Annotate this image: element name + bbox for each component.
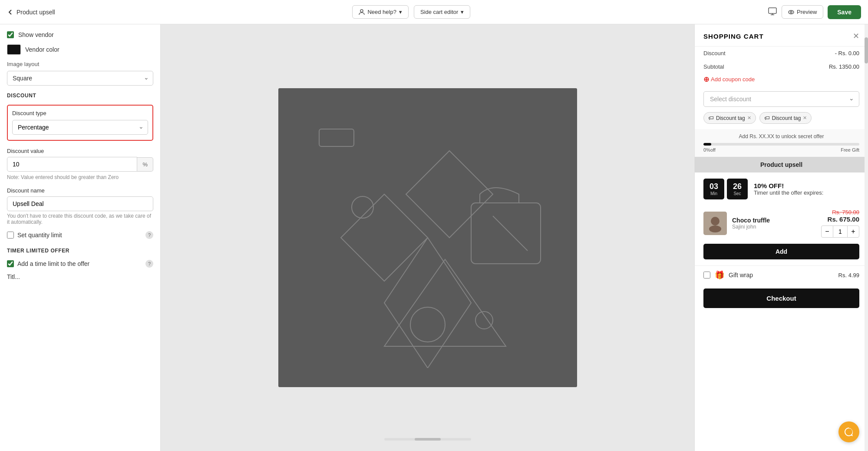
svg-point-16	[709, 226, 721, 232]
timer-min-value: 03	[709, 182, 719, 191]
progress-bar	[703, 143, 859, 146]
cart-title: SHOPPING CART	[703, 33, 764, 40]
sketch-illustration	[297, 107, 558, 368]
product-upsell-banner: Product upsell	[695, 157, 868, 172]
qty-controls: − 1 +	[821, 226, 859, 238]
timer-desc: 10% OFF! Timer until the offer expires:	[754, 182, 859, 196]
qty-increase-button[interactable]: +	[847, 226, 859, 238]
svg-marker-7	[341, 194, 428, 281]
discount-value-input-row: %	[7, 157, 153, 172]
select-discount-select[interactable]: Select discount	[703, 91, 859, 107]
product-author: Sajini john	[732, 224, 816, 230]
timer-sec-label: Sec	[732, 191, 743, 196]
side-cart-editor-button[interactable]: Side cart editor ▾	[414, 5, 470, 19]
cart-scroll[interactable]: Discount - Rs. 0.00 Subtotal Rs. 1350.00…	[695, 46, 868, 451]
save-button[interactable]: Save	[828, 5, 861, 19]
canvas-hscroll-track[interactable]	[384, 438, 471, 441]
time-limit-help-icon[interactable]: ?	[145, 260, 153, 268]
canvas-hscroll-thumb	[415, 438, 441, 441]
progress-right: Free Gift	[841, 147, 859, 153]
discount-type-label: Discount type	[12, 110, 148, 116]
back-label: Product upsell	[17, 9, 55, 16]
vendor-color-swatch[interactable]	[7, 44, 21, 55]
gift-wrap-checkbox[interactable]	[703, 272, 710, 279]
timer-min-block: 03 Min	[703, 179, 724, 199]
image-layout-select[interactable]: Square Circle Rectangle	[7, 71, 153, 86]
back-button[interactable]: Product upsell	[7, 9, 55, 16]
canvas-area	[161, 24, 694, 451]
svg-point-11	[475, 312, 493, 329]
discount-tag1-label: Discount tag	[716, 115, 745, 121]
cart-discount-label: Discount	[703, 50, 726, 56]
tag2-icon: 🏷	[764, 115, 770, 121]
svg-marker-5	[384, 238, 471, 368]
unlock-text: Add Rs. XX.XX to unlock secret offer	[703, 133, 859, 139]
vendor-color-label: Vendor color	[25, 46, 59, 53]
topbar-right: Preview Save	[768, 5, 861, 19]
svg-point-2	[789, 10, 794, 14]
svg-point-10	[352, 196, 373, 218]
discount-name-input[interactable]	[7, 196, 153, 211]
chat-icon	[844, 427, 854, 437]
tag2-close-icon[interactable]: ✕	[803, 115, 807, 121]
product-original-price: Rs. 750.00	[821, 209, 859, 216]
set-quantity-limit-label: Set quantity limit	[17, 232, 62, 239]
quantity-limit-help-icon[interactable]: ?	[145, 231, 153, 239]
timer-subtext: Timer until the offer expires:	[754, 189, 859, 196]
discount-value-section: Discount value % Note: Value entered sho…	[7, 148, 153, 180]
coupon-plus-icon: ⊕	[703, 75, 709, 83]
checkout-button[interactable]: Checkout	[703, 289, 859, 308]
chat-bubble[interactable]	[838, 421, 859, 442]
cart-subtotal-value: Rs. 1350.00	[829, 63, 859, 70]
image-layout-label: Image layout	[7, 61, 153, 67]
back-icon	[7, 9, 14, 16]
preview-button[interactable]: Preview	[782, 5, 823, 19]
show-vendor-checkbox[interactable]	[7, 31, 14, 38]
discount-tags-row: 🏷 Discount tag ✕ 🏷 Discount tag ✕	[695, 112, 868, 129]
cart-discount-row: Discount - Rs. 0.00	[695, 46, 868, 60]
tag1-icon: 🏷	[708, 115, 714, 121]
add-coupon-link[interactable]: ⊕ Add coupon code	[695, 73, 868, 88]
discount-tag-1[interactable]: 🏷 Discount tag ✕	[703, 112, 756, 124]
qty-decrease-button[interactable]: −	[821, 226, 833, 238]
discount-tag2-label: Discount tag	[772, 115, 801, 121]
discount-name-section: Discount name You don't have to create t…	[7, 187, 153, 225]
product-item: Choco truffle Sajini john Rs. 750.00 Rs.…	[695, 206, 868, 244]
main-content: Show vendor Vendor color Image layout Sq…	[0, 24, 868, 451]
timer-sec-value: 26	[732, 182, 743, 191]
discount-value-input[interactable]	[7, 157, 137, 172]
sidebar-scroll[interactable]: Show vendor Vendor color Image layout Sq…	[0, 24, 160, 451]
product-info: Choco truffle Sajini john	[732, 217, 816, 230]
timer-section-header: TIMER LIMITED OFFER	[7, 248, 153, 254]
set-quantity-limit-checkbox[interactable]	[7, 232, 14, 239]
tag1-close-icon[interactable]: ✕	[747, 115, 751, 121]
add-button[interactable]: Add	[703, 244, 859, 259]
show-vendor-row: Show vendor	[7, 31, 153, 38]
discount-type-select[interactable]: Percentage Fixed amount	[12, 120, 148, 135]
product-image	[703, 212, 727, 235]
discount-tag-2[interactable]: 🏷 Discount tag ✕	[759, 112, 812, 124]
product-discounted-price: Rs. 675.00	[821, 216, 859, 223]
monitor-icon[interactable]	[768, 7, 777, 18]
title-row: Titl...	[7, 273, 153, 281]
timer-off: 10% OFF!	[754, 182, 859, 189]
need-help-button[interactable]: Need help? ▾	[352, 5, 409, 19]
add-time-limit-checkbox[interactable]	[7, 260, 14, 267]
timer-section: 03 Min 26 Sec 10% OFF! Timer until the o…	[695, 172, 868, 206]
progress-bar-fill	[703, 143, 711, 146]
select-discount-wrap: Select discount	[703, 91, 859, 107]
unlock-banner: Add Rs. XX.XX to unlock secret offer 0%o…	[695, 129, 868, 157]
gift-wrap-label: Gift wrap	[729, 272, 834, 279]
add-time-limit-row: Add a time limit to the offer ?	[7, 260, 153, 268]
timer-sec-block: 26 Sec	[727, 179, 748, 199]
discount-name-help: You don't have to create this discount c…	[7, 213, 153, 225]
canvas-inner	[278, 88, 577, 387]
gift-wrap-price: Rs. 4.99	[838, 272, 859, 279]
cart-close-button[interactable]: ✕	[853, 31, 859, 41]
qty-value: 1	[833, 226, 847, 238]
discount-note: Note: Value entered should be greater th…	[7, 174, 153, 180]
discount-value-label: Discount value	[7, 148, 153, 154]
side-cart-editor-label: Side cart editor	[420, 9, 458, 15]
chevron-down-icon: ▾	[399, 9, 402, 15]
svg-point-12	[410, 307, 445, 342]
